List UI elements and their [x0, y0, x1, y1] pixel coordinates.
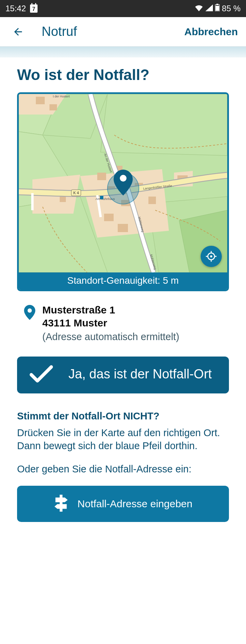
status-bar: 15:42 7 85 %: [0, 0, 246, 17]
svg-rect-2: [216, 6, 219, 11]
svg-rect-36: [100, 196, 103, 199]
confirm-location-button[interactable]: Ja, das ist der Notfall-Ort: [17, 357, 229, 393]
status-time: 15:42: [5, 4, 26, 13]
svg-point-37: [120, 175, 127, 182]
check-icon: [29, 365, 53, 384]
help-line2: Oder geben Sie die Notfall-Adresse ein:: [17, 463, 229, 476]
svg-rect-23: [104, 214, 114, 221]
back-button[interactable]: [12, 26, 29, 38]
accuracy-label: Standort-Genauigkeit: 5 m: [19, 272, 227, 290]
address-line1: Musterstraße 1: [42, 304, 179, 317]
page-heading: Wo ist der Notfall?: [17, 66, 229, 83]
map-view[interactable]: K 4 Langenbüßler Straße Mühlenweg Mühlen…: [19, 94, 227, 272]
crosshair-icon: [205, 251, 217, 262]
help-line1: Drücken Sie in der Karte auf den richtig…: [17, 427, 229, 452]
cancel-button[interactable]: Abbrechen: [184, 26, 238, 38]
recenter-button[interactable]: [201, 246, 222, 267]
svg-rect-44: [60, 495, 62, 512]
svg-point-39: [210, 255, 212, 257]
enter-address-label: Notfall-Adresse eingeben: [77, 498, 192, 510]
svg-rect-26: [60, 197, 66, 202]
address-note: (Adresse automatisch ermittelt): [42, 331, 179, 343]
location-pin-icon: [114, 170, 133, 197]
pin-icon: [24, 304, 35, 343]
svg-rect-22: [148, 197, 156, 204]
signal-icon: [205, 4, 213, 13]
wifi-icon: [194, 4, 203, 13]
app-header: Notruf Abbrechen: [0, 17, 246, 46]
map-card: K 4 Langenbüßler Straße Mühlenweg Mühlen…: [17, 92, 229, 291]
svg-rect-16: [49, 104, 57, 110]
calendar-icon: 7: [30, 4, 38, 13]
enter-address-button[interactable]: Notfall-Adresse eingeben: [17, 486, 229, 522]
address-line2: 43111 Muster: [42, 317, 179, 330]
help-heading: Stimmt der Notfall-Ort NICHT?: [17, 411, 229, 422]
battery-icon: [215, 4, 220, 13]
svg-text:t der Hustert: t der Hustert: [53, 95, 70, 98]
battery-text: 85 %: [222, 4, 241, 13]
help-block: Stimmt der Notfall-Ort NICHT? Drücken Si…: [17, 411, 229, 475]
page-title: Notruf: [29, 24, 184, 39]
svg-marker-6: [101, 94, 227, 156]
svg-rect-15: [36, 97, 45, 104]
svg-text:K 4: K 4: [73, 191, 79, 195]
arrow-left-icon: [12, 26, 24, 38]
svg-rect-24: [118, 224, 128, 232]
signpost-icon: [54, 495, 69, 513]
address-block: Musterstraße 1 43111 Muster (Adresse aut…: [17, 291, 229, 343]
header-divider: [0, 46, 246, 57]
confirm-button-label: Ja, das ist der Notfall-Ort: [59, 367, 221, 382]
svg-rect-17: [97, 173, 106, 180]
